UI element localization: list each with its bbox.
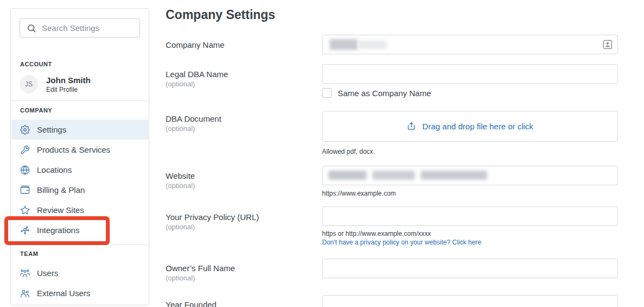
sidebar-item-label: Users [37, 268, 58, 278]
autofill-contact-icon[interactable] [603, 40, 613, 49]
privacy-policy-label: Your Privacy Policy (URL) [166, 212, 259, 222]
dba-document-optional: (optional) [166, 124, 195, 133]
year-founded-input[interactable] [322, 295, 618, 307]
website-optional: (optional) [166, 181, 195, 190]
settings-sidebar: ACCOUNT JS John Smith Edit Profile COMPA… [10, 8, 149, 305]
sidebar-item-external-users[interactable]: External Users [11, 283, 149, 303]
account-section-label: ACCOUNT [20, 61, 52, 67]
company-name-label: Company Name [166, 40, 224, 49]
sidebar-item-label: Products & Services [37, 145, 110, 154]
divider [11, 101, 149, 101]
star-icon [20, 205, 30, 215]
account-profile-item[interactable]: JS John Smith Edit Profile [20, 67, 141, 101]
search-icon [27, 23, 36, 33]
privacy-policy-helper: https or http://www.example.com/xxxx [322, 230, 431, 237]
redacted-website-value [421, 171, 487, 180]
gear-icon [20, 125, 30, 135]
sidebar-item-label: Billing & Plan [37, 185, 85, 195]
sidebar-item-label: Settings [37, 125, 66, 134]
legal-dba-optional: (optional) [166, 80, 195, 88]
sidebar-item-billing-plan[interactable]: Billing & Plan [11, 180, 149, 200]
company-section-label: COMPANY [20, 107, 52, 114]
privacy-policy-link[interactable]: Don't have a privacy policy on your webs… [322, 239, 481, 246]
redacted-company-name-value [330, 39, 358, 50]
page-title: Company Settings [166, 8, 275, 22]
sidebar-item-settings[interactable]: Settings [11, 120, 149, 140]
annotation-highlight-box [4, 216, 110, 245]
legal-dba-input[interactable] [322, 64, 618, 84]
privacy-policy-optional: (optional) [166, 223, 195, 231]
sidebar-item-label: Review Sites [37, 205, 84, 215]
year-founded-label: Year Founded [166, 300, 217, 307]
same-as-company-checkbox[interactable] [322, 88, 332, 98]
website-helper: https://www.example.com [322, 190, 396, 197]
globe-icon [20, 165, 30, 175]
account-name: John Smith [46, 75, 91, 86]
sidebar-item-label: Locations [37, 165, 72, 174]
dba-allowed-text: Allowed pdf, docx. [322, 148, 375, 155]
redacted-website-value [372, 171, 415, 180]
tools-icon [20, 145, 30, 155]
team-section-label: TEAM [20, 250, 38, 257]
owner-name-input[interactable] [322, 259, 618, 278]
legal-dba-label: Legal DBA Name [166, 70, 228, 79]
redacted-company-name-value [358, 40, 387, 49]
dba-document-label: DBA Document [166, 114, 222, 123]
privacy-policy-input[interactable] [322, 206, 618, 226]
dropzone-text: Drag and drop file here or click [422, 122, 533, 131]
external-users-icon [20, 289, 30, 298]
billing-card-icon [20, 185, 30, 195]
dba-document-dropzone[interactable]: Drag and drop file here or click [322, 111, 618, 142]
owner-name-optional: (optional) [166, 274, 195, 282]
sidebar-item-users[interactable]: Users [11, 263, 149, 283]
sidebar-item-label: External Users [37, 289, 90, 298]
sidebar-item-products-services[interactable]: Products & Services [11, 140, 149, 160]
sidebar-item-locations[interactable]: Locations [11, 160, 149, 180]
search-input[interactable] [42, 23, 129, 33]
website-label: Website [166, 171, 195, 180]
users-icon [20, 268, 30, 278]
avatar: JS [20, 75, 38, 93]
redacted-website-value [329, 171, 367, 180]
same-as-company-row: Same as Company Name [322, 88, 431, 98]
owner-name-label: Owner’s Full Name [166, 264, 235, 273]
search-settings-box[interactable] [20, 18, 140, 37]
same-as-company-label: Same as Company Name [338, 89, 431, 98]
upload-icon [407, 122, 416, 131]
edit-profile-link[interactable]: Edit Profile [46, 86, 91, 93]
